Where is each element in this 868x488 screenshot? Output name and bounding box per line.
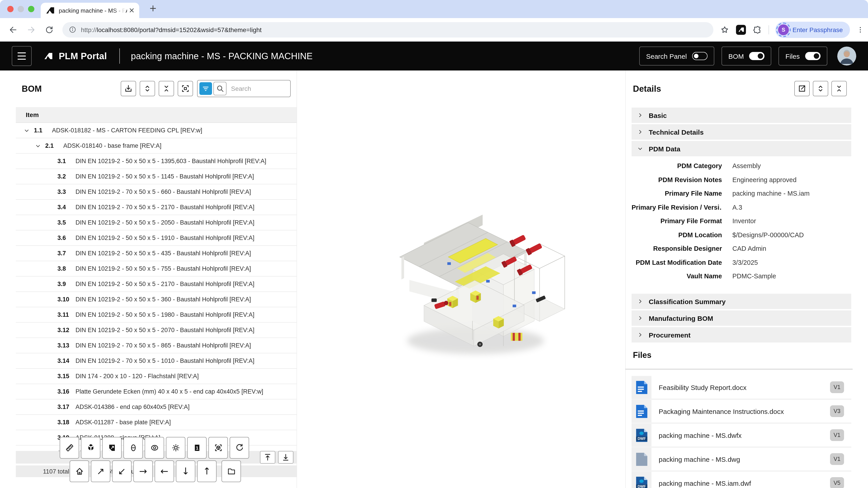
viewer-toolbar-bottom: ↗↙→←↓↑	[70, 460, 241, 482]
arrow-right-button[interactable]: →	[133, 460, 153, 482]
bom-row[interactable]: 3.18ADSK-011287 - base plate [REV:A]	[16, 415, 297, 430]
bookmark-star-icon[interactable]	[720, 25, 730, 35]
arrow-up-right-button[interactable]: ↗	[91, 460, 110, 482]
zoom-window-button[interactable]	[28, 6, 34, 12]
browser-menu-icon[interactable]	[857, 26, 865, 34]
arrow-up-button[interactable]: ↑	[197, 460, 217, 482]
reload-icon[interactable]	[44, 25, 54, 35]
arrow-down-button[interactable]: ↓	[176, 460, 195, 482]
arrow-down-left-button[interactable]: ↙	[112, 460, 131, 482]
snapshot-button[interactable]	[102, 437, 122, 459]
section-header-pdm-data[interactable]: PDM Data	[631, 141, 851, 156]
bom-item-text: ADSK-014386 - end cap 60x40x5 [REV:A]	[75, 403, 190, 410]
scroll-to-top-icon[interactable]	[260, 451, 275, 464]
model-viewport[interactable]	[382, 190, 567, 368]
bom-row[interactable]: 3.11DIN EN 10219-2 - 50 x 50 x 5 - 1980 …	[16, 307, 297, 323]
bom-row[interactable]: 3.12DIN EN 10219-2 - 50 x 50 x 5 - 2070 …	[16, 323, 297, 338]
url-bar[interactable]: http://localhost:8080/portal?dmsid=15202…	[62, 22, 713, 37]
bom-row[interactable]: 3.14DIN EN 10219-2 - 70 x 50 x 5 - 1010 …	[16, 353, 297, 369]
bom-row[interactable]: 3.17ADSK-014386 - end cap 60x40x5 [REV:A…	[16, 399, 297, 415]
fit-width-button[interactable]	[178, 81, 193, 96]
file-row[interactable]: Feasibility Study Report.docxV1	[631, 376, 851, 398]
enter-passphrase-button[interactable]: S Enter Passphrase	[775, 22, 850, 38]
bom-row[interactable]: 3.7DIN EN 10219-2 - 50 x 50 x 5 - 435 - …	[16, 246, 297, 261]
nav-toggle-bom[interactable]: BOM	[721, 46, 771, 66]
bom-item-text: DIN EN 10219-2 - 50 x 50 x 5 - 435 - Bau…	[75, 250, 251, 257]
bom-row[interactable]: 3.8DIN EN 10219-2 - 50 x 50 x 5 - 755 - …	[16, 261, 297, 276]
section-header-manufacturing-bom[interactable]: Manufacturing BOM	[631, 311, 851, 326]
arrow-right-icon: →	[139, 466, 147, 476]
expand-all-button[interactable]	[140, 81, 155, 96]
site-info-icon[interactable]	[69, 26, 76, 33]
assembly-explode-button[interactable]	[81, 437, 100, 459]
forward-icon[interactable]	[26, 25, 36, 35]
minimize-window-button[interactable]	[18, 6, 24, 12]
fit-width-icon	[180, 84, 190, 94]
hide-ellipse-icon	[128, 443, 138, 453]
open-external-button[interactable]	[794, 81, 810, 96]
scroll-to-bottom-icon[interactable]	[278, 451, 293, 464]
orbit-reset-button[interactable]	[230, 437, 249, 459]
pdm-field-value: 3/3/2025	[733, 259, 758, 266]
bom-item-text: ADSK-018182 - MS - CARTON FEEDING CPL [R…	[52, 127, 202, 134]
bom-row[interactable]: 3.10DIN EN 10219-2 - 50 x 50 x 5 - 360 -…	[16, 292, 297, 307]
bom-item-number: 3.16	[57, 388, 73, 395]
bom-row[interactable]: 3.9DIN EN 10219-2 - 50 x 50 x 5 - 2170 -…	[16, 276, 297, 292]
toggle-switch-off[interactable]	[692, 52, 708, 60]
file-version-badge: V3	[830, 405, 844, 417]
measure-button[interactable]	[60, 437, 79, 459]
file-row[interactable]: DWFpacking machine - MS.dwfxV1	[631, 424, 851, 447]
browser-tab[interactable]: packing machine - MS - PACK ×	[41, 3, 139, 18]
filter-icon[interactable]	[199, 82, 212, 95]
nav-toggle-files[interactable]: Files	[779, 46, 827, 66]
pdm-field-row: PDM Revision NotesEngineering approved	[631, 173, 851, 187]
bom-row[interactable]: 3.13DIN EN 10219-2 - 70 x 50 x 5 - 865 -…	[16, 338, 297, 353]
section-header-classification-summary[interactable]: Classification Summary	[631, 294, 851, 309]
download-button[interactable]	[121, 81, 136, 96]
arrow-left-button[interactable]: ←	[155, 460, 174, 482]
bom-row[interactable]: 2.1ADSK-018140 - base frame [REV:A]	[16, 138, 297, 154]
tab-close-icon[interactable]: ×	[129, 7, 135, 14]
folder-button[interactable]	[221, 460, 241, 482]
autodesk-extension-icon[interactable]	[736, 25, 746, 35]
search-input[interactable]	[230, 85, 290, 93]
search-icon[interactable]	[213, 82, 226, 95]
user-avatar[interactable]	[837, 46, 856, 66]
section-header-basic[interactable]: Basic	[631, 107, 851, 123]
nav-toggle-search-panel[interactable]: Search Panel	[639, 46, 714, 66]
file-row[interactable]: packing machine - MS.dwgV1	[631, 448, 851, 470]
fit-view-icon	[213, 443, 223, 453]
bom-item-text: DIN EN 10219-2 - 50 x 50 x 5 - 755 - Bau…	[75, 265, 251, 272]
toggle-knob	[694, 54, 699, 58]
collapse-all-button[interactable]	[831, 81, 847, 96]
close-window-button[interactable]	[7, 6, 13, 12]
fit-view-button[interactable]	[209, 437, 228, 459]
section-header-procurement[interactable]: Procurement	[631, 327, 851, 343]
hamburger-menu-button[interactable]	[12, 46, 32, 66]
expand-all-button[interactable]	[813, 81, 828, 96]
toggle-switch-on[interactable]	[805, 52, 820, 60]
visibility-ring-button[interactable]	[145, 437, 164, 459]
bom-row[interactable]: 3.16Platte Gerundete Ecken (mm) 40 x 40 …	[16, 384, 297, 399]
bom-row[interactable]: 3.4DIN EN 10219-2 - 70 x 50 x 5 - 2170 -…	[16, 200, 297, 215]
back-icon[interactable]	[8, 25, 18, 35]
collapse-all-button[interactable]	[159, 81, 174, 96]
extensions-puzzle-icon[interactable]	[752, 25, 762, 35]
bom-item-text: DIN EN 10219-2 - 50 x 50 x 5 - 2050 - Ba…	[75, 219, 254, 226]
bom-row[interactable]: 3.1DIN EN 10219-2 - 50 x 50 x 5 - 1395,6…	[16, 154, 297, 169]
bom-row[interactable]: 3.15DIN 174 - 200 x 10 - 120 - Flachstah…	[16, 369, 297, 384]
file-row[interactable]: DWFpacking machine - MS.iam.dwfV5	[631, 472, 851, 488]
toggle-switch-on[interactable]	[749, 52, 765, 60]
one-view-button[interactable]: 1	[187, 437, 207, 459]
bom-row[interactable]: 3.6DIN EN 10219-2 - 50 x 50 x 5 - 1910 -…	[16, 230, 297, 246]
bom-row[interactable]: 3.2DIN EN 10219-2 - 50 x 50 x 5 - 1145 -…	[16, 169, 297, 184]
bom-row[interactable]: 3.3DIN EN 10219-2 - 70 x 50 x 5 - 660 - …	[16, 184, 297, 200]
bom-row[interactable]: 1.1ADSK-018182 - MS - CARTON FEEDING CPL…	[16, 123, 297, 138]
new-tab-button[interactable]: +	[149, 4, 157, 13]
home-button[interactable]	[70, 460, 89, 482]
file-row[interactable]: Packaging Maintenance Instructions.docxV…	[631, 400, 851, 422]
brightness-button[interactable]	[166, 437, 185, 459]
bom-row[interactable]: 3.5DIN EN 10219-2 - 50 x 50 x 5 - 2050 -…	[16, 215, 297, 230]
section-header-technical-details[interactable]: Technical Details	[631, 124, 851, 140]
hide-ellipse-button[interactable]	[123, 437, 143, 459]
